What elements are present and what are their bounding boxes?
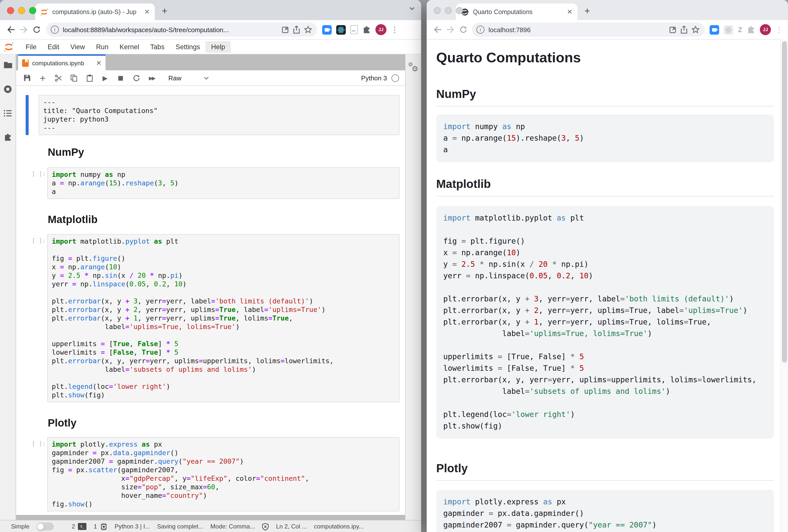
menu-item-edit[interactable]: Edit <box>42 41 65 53</box>
notes-extension-icon[interactable] <box>350 25 358 34</box>
reload-button[interactable] <box>457 23 470 36</box>
tab-search-chevron-icon[interactable] <box>409 6 415 11</box>
extensions-row: Z JJ ⋮ <box>710 24 783 35</box>
cut-cells-button[interactable] <box>54 74 62 82</box>
new-tab-button[interactable]: + <box>162 5 168 17</box>
notebook-tab[interactable]: computations.ipynb ✕ <box>18 54 105 70</box>
forward-button[interactable] <box>444 23 457 36</box>
kernel-status-icon[interactable] <box>392 74 399 82</box>
menu-item-file[interactable]: File <box>20 41 42 53</box>
numpy-cell-editor[interactable]: import numpy as npa = np.arange(15).resh… <box>47 167 399 199</box>
active-file-name[interactable]: computations.ipy... <box>314 523 363 530</box>
matplotlib-code-cell[interactable]: [ ]: import matplotlib.pyplot as plt fig… <box>16 234 405 403</box>
raw-cell-editor[interactable]: ---title: "Quarto Computations"jupyter: … <box>39 95 399 135</box>
close-window-button[interactable] <box>434 7 441 14</box>
table-of-contents-icon[interactable] <box>3 109 12 117</box>
new-tab-button[interactable]: + <box>585 5 590 17</box>
paste-cells-button[interactable] <box>85 74 94 82</box>
zoom-window-button[interactable] <box>29 7 36 14</box>
numpy-code-cell[interactable]: [ ]: import numpy as npa = np.arange(15)… <box>16 167 405 199</box>
notebook-tab-close-icon[interactable]: ✕ <box>96 60 101 66</box>
site-info-icon[interactable]: i <box>51 26 59 34</box>
trust-shield-icon <box>262 523 269 530</box>
dock-bottom-band <box>16 515 405 520</box>
restart-kernel-button[interactable] <box>132 74 140 82</box>
right-activity-bar: ⚙⚙ <box>405 54 421 520</box>
profile-avatar[interactable]: JJ <box>760 24 771 35</box>
section-heading-numpy: NumPy <box>436 87 774 106</box>
browser-menu-icon[interactable]: ⋮ <box>391 26 398 34</box>
tab-close-icon[interactable]: ✕ <box>567 8 572 15</box>
menu-item-help[interactable]: Help <box>205 41 231 53</box>
browser-menu-icon[interactable]: ⋮ <box>775 26 783 34</box>
simple-mode-toggle[interactable] <box>36 523 54 531</box>
puzzle-extensions-icon[interactable] <box>747 25 755 34</box>
bookmark-star-icon[interactable] <box>304 26 312 34</box>
reload-button[interactable] <box>30 23 43 36</box>
menu-item-view[interactable]: View <box>65 41 91 53</box>
address-bar[interactable]: i localhost:8889/lab/workspaces/auto-S/t… <box>46 23 317 37</box>
file-browser-icon[interactable] <box>3 61 12 69</box>
share-icon[interactable] <box>681 26 688 34</box>
markdown-heading-matplotlib: Matplotlib <box>48 213 405 226</box>
copy-cells-button[interactable] <box>70 74 78 82</box>
save-button[interactable] <box>23 74 31 82</box>
saving-status: Saving complet... <box>157 523 203 530</box>
plotly-cell-editor[interactable]: import plotly.express as pxgapminder = p… <box>47 437 399 511</box>
scrollbar-thumb[interactable] <box>782 41 787 363</box>
property-inspector-gears-icon[interactable]: ⚙⚙ <box>408 62 420 74</box>
react-devtools-extension-icon[interactable] <box>336 25 346 35</box>
matplotlib-cell-editor[interactable]: import matplotlib.pyplot as plt fig = pl… <box>47 234 399 403</box>
address-bar[interactable]: i localhost:7896 <box>472 23 705 37</box>
menu-item-run[interactable]: Run <box>91 41 114 53</box>
minimize-window-button[interactable] <box>445 7 452 14</box>
react-devtools-extension-icon[interactable] <box>724 25 733 35</box>
open-in-window-icon[interactable] <box>281 26 289 34</box>
menu-item-settings[interactable]: Settings <box>170 41 206 53</box>
menu-item-tabs[interactable]: Tabs <box>145 41 170 53</box>
jupyterlab-menubar: FileEditViewRunKernelTabsSettingsHelp <box>0 40 421 54</box>
site-info-icon[interactable]: i <box>476 26 485 34</box>
page-scrollbar[interactable] <box>781 39 788 532</box>
run-cell-button[interactable]: ▶ <box>101 74 109 82</box>
plotly-code-cell[interactable]: [ ]: import plotly.express as pxgapminde… <box>16 437 405 511</box>
cell-prompt: [ ]: <box>23 170 46 177</box>
interrupt-kernel-button[interactable]: ■ <box>117 74 125 82</box>
browser-tab[interactable]: Quarto Computations ✕ <box>456 3 577 20</box>
back-button[interactable] <box>431 23 444 36</box>
kernel-name[interactable]: Python 3 <box>361 74 387 82</box>
close-window-button[interactable] <box>7 7 14 14</box>
profile-avatar[interactable]: JJ <box>375 24 387 35</box>
cell-type-dropdown[interactable]: Raw <box>169 74 181 82</box>
zoom-extension-icon[interactable] <box>710 25 720 35</box>
cursor-position[interactable]: Ln 2, Col ... <box>276 523 307 530</box>
notebook-toolbar: + ▶ ■ <box>16 70 405 86</box>
puzzle-extensions-icon[interactable] <box>362 25 371 34</box>
mode-indicator[interactable]: Mode: Comma... <box>210 523 255 530</box>
zoom-extension-icon[interactable] <box>322 25 332 35</box>
kernel-count[interactable]: 1 <box>94 523 97 530</box>
terminal-count[interactable]: 2 <box>72 523 75 530</box>
kernel-status-text[interactable]: Python 3 | I... <box>115 523 150 530</box>
browser-tab[interactable]: computations.ip (auto-S) - Jup ✕ <box>35 3 155 20</box>
zoom-window-button[interactable] <box>456 7 463 14</box>
extension-manager-icon[interactable] <box>3 133 12 142</box>
insert-cell-button[interactable]: + <box>39 74 47 82</box>
numpy-code-block: import numpy as npa = np.arange(15).resh… <box>436 115 774 162</box>
raw-cell[interactable]: ---title: "Quarto Computations"jupyter: … <box>16 95 405 135</box>
minimize-window-button[interactable] <box>18 7 25 14</box>
forward-button[interactable] <box>17 23 30 36</box>
menu-item-kernel[interactable]: Kernel <box>114 41 145 53</box>
cell-type-chevron-icon[interactable] <box>202 74 210 82</box>
bookmark-star-icon[interactable] <box>692 26 700 34</box>
z-extension-icon[interactable]: Z <box>738 26 742 34</box>
share-icon[interactable] <box>293 26 300 34</box>
tab-close-icon[interactable]: ✕ <box>144 8 150 15</box>
page-title: Quarto Computations <box>436 50 774 66</box>
jupyterlab-app: FileEditViewRunKernelTabsSettingsHelp <box>0 40 421 532</box>
open-in-window-icon[interactable] <box>669 26 677 34</box>
back-button[interactable] <box>4 23 17 36</box>
restart-run-all-button[interactable]: ▶▶ <box>148 74 156 82</box>
browser-tab-strip: computations.ip (auto-S) - Jup ✕ + <box>0 0 421 20</box>
running-kernels-icon[interactable] <box>3 85 12 94</box>
